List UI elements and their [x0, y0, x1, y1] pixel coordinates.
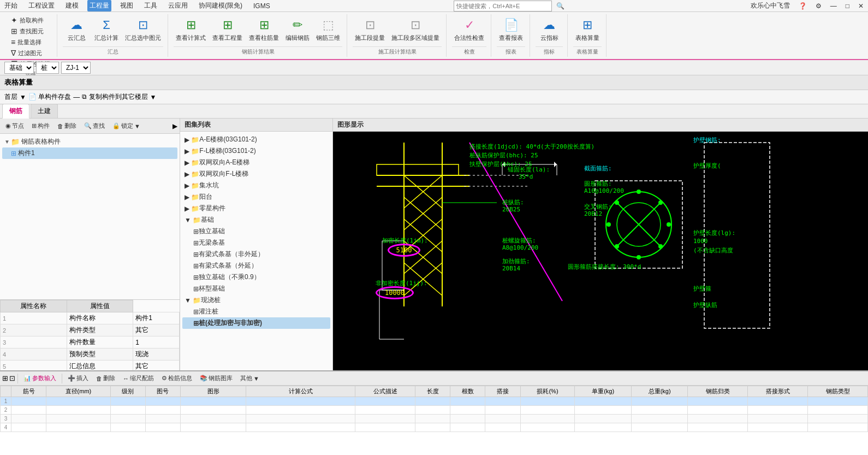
table-cell[interactable] [415, 423, 450, 432]
figure-item[interactable]: ⊞ 独立基础 [182, 226, 330, 237]
table-cell[interactable] [181, 406, 246, 415]
table-cell[interactable] [688, 423, 748, 432]
figure-item[interactable]: ▶ 📁 A-E楼梯(03G101-2) [182, 134, 330, 145]
search-icon[interactable]: 🔍 [554, 1, 567, 11]
btn-component[interactable]: ⊞ 构件 [28, 121, 53, 131]
menu-engineering-settings[interactable]: 工程设置 [26, 0, 57, 11]
figure-item[interactable]: ▶ 📁 双网双向A-E楼梯 [182, 157, 330, 168]
table-cell[interactable] [181, 423, 246, 432]
btn-find[interactable]: 🔍 查找 [81, 121, 108, 131]
table-cell[interactable] [415, 397, 450, 406]
table-cell[interactable] [631, 397, 688, 406]
table-cell[interactable] [520, 423, 575, 432]
table-cell[interactable] [355, 397, 415, 406]
table-cell[interactable] [485, 415, 520, 423]
left-toolbar-more[interactable]: ▶ [173, 122, 177, 130]
figure-item[interactable]: ▶ 📁 零星构件 [182, 203, 330, 214]
btn-lock[interactable]: 🔒 锁定 ▼ [109, 121, 144, 131]
menu-tools[interactable]: 工具 [142, 0, 159, 11]
close-icon[interactable]: ✕ [856, 1, 866, 11]
tab-rebar[interactable]: 钢筋 [2, 104, 29, 119]
btn-scale-match[interactable]: ↔ 缩尺配筋 [120, 373, 157, 383]
breadcrumb-copy[interactable]: ⧉ 复制构件到其它楼层 [82, 92, 147, 102]
table-cell[interactable] [808, 397, 868, 406]
ribbon-table-calc[interactable]: ⊞ 表格算量 [573, 15, 602, 43]
table-cell[interactable] [631, 406, 688, 415]
other-dropdown[interactable]: ▼ [253, 375, 259, 382]
table-cell[interactable] [688, 406, 748, 415]
table-cell[interactable] [246, 415, 355, 423]
table-row[interactable]: 4 [1, 423, 868, 432]
table-cell[interactable] [808, 406, 868, 415]
btn-node[interactable]: ◉ 节点 [2, 121, 27, 131]
tree-root[interactable]: ▼ 📁 钢筋表格构件 [2, 136, 177, 147]
figure-item[interactable]: ▶ 📁 双网双向F-L楼梯 [182, 168, 330, 180]
maximize-icon[interactable]: □ [843, 1, 852, 11]
table-cell[interactable] [450, 406, 485, 415]
table-cell[interactable] [355, 415, 415, 423]
table-cell[interactable] [145, 423, 180, 432]
ribbon-summary-selected[interactable]: ⊡ 汇总选中图元 [123, 15, 163, 43]
menu-cloud[interactable]: 云应用 [166, 0, 190, 11]
table-cell[interactable] [485, 423, 520, 432]
btn-check-info[interactable]: ⚙ 检筋信息 [158, 373, 195, 383]
btn-delete2[interactable]: 🗑 删除 [93, 373, 118, 383]
figure-item[interactable]: ⊞ 有梁式条基（非外延） [182, 249, 330, 260]
table-cell[interactable] [11, 423, 46, 432]
table-cell[interactable] [575, 406, 632, 415]
ribbon-pick-component[interactable]: ✦ 拾取构件 [9, 15, 46, 25]
table-cell[interactable] [246, 397, 355, 406]
table-row[interactable]: 1 [1, 397, 868, 406]
table-cell[interactable] [631, 423, 688, 432]
table-cell[interactable] [415, 406, 450, 415]
ribbon-cloud-index[interactable]: ☁ 云指标 [536, 15, 563, 43]
lock-dropdown[interactable]: ▼ [134, 123, 140, 129]
figure-item[interactable]: ⊞ 有梁式条基（外延） [182, 260, 330, 271]
table-row[interactable]: 2 [1, 406, 868, 415]
table-cell[interactable] [46, 423, 110, 432]
figure-item[interactable]: ▶ 📁 阳台 [182, 191, 330, 203]
btn-delete[interactable]: 🗑 删除 [54, 121, 80, 131]
table-cell[interactable] [145, 406, 180, 415]
bottom-icon2[interactable]: ⊡ [9, 374, 15, 382]
ribbon-view-rebar[interactable]: ⊞ 查看柱筋量 [247, 15, 281, 43]
menu-collab[interactable]: 协同建模(限免) [197, 0, 245, 11]
ribbon-calc[interactable]: Σ 汇总计算 [92, 15, 121, 43]
table-cell[interactable] [450, 423, 485, 432]
figure-item[interactable]: ⊞ 无梁条基 [182, 237, 330, 249]
table-cell[interactable] [110, 397, 145, 406]
table-cell[interactable] [485, 397, 520, 406]
table-cell[interactable] [145, 415, 180, 423]
figure-item[interactable]: ▼ 📁 基础 [182, 214, 330, 226]
table-cell[interactable] [11, 397, 46, 406]
menu-igms[interactable]: IGMS [251, 1, 272, 11]
table-cell[interactable] [11, 415, 46, 423]
table-cell[interactable] [520, 406, 575, 415]
table-cell[interactable] [355, 406, 415, 415]
figure-item[interactable]: ⊞ 桩(处理加密与非加密) [182, 317, 330, 329]
table-cell[interactable] [748, 423, 808, 432]
table-cell[interactable] [520, 397, 575, 406]
menu-view[interactable]: 视图 [118, 0, 135, 11]
figure-item[interactable]: ▼ 📁 现浇桩 [182, 294, 330, 306]
btn-insert[interactable]: ➕ 插入 [64, 373, 92, 383]
table-cell[interactable] [415, 415, 450, 423]
table-cell[interactable] [575, 423, 632, 432]
bottom-icon1[interactable]: ⊞ [2, 374, 8, 382]
table-cell[interactable] [110, 415, 145, 423]
table-cell[interactable] [808, 423, 868, 432]
table-cell[interactable] [688, 397, 748, 406]
table-cell[interactable] [355, 423, 415, 432]
table-cell[interactable] [46, 397, 110, 406]
tree-component1[interactable]: ⊞ 构件1 [2, 147, 177, 159]
table-cell[interactable] [450, 415, 485, 423]
figure-item[interactable]: ▶ 📁 集水坑 [182, 180, 330, 191]
table-cell[interactable] [808, 415, 868, 423]
table-cell[interactable] [450, 397, 485, 406]
table-cell[interactable] [485, 406, 520, 415]
btn-param-input[interactable]: 📊 参数输入 [20, 373, 60, 383]
ribbon-find-element[interactable]: ⊞ 查找图元 [9, 26, 46, 36]
component-name-dropdown[interactable]: ZJ-1 ZJ-2 [61, 62, 91, 74]
figure-item[interactable]: ▶ 📁 F-L楼梯(03G101-2) [182, 145, 330, 157]
ribbon-batch-select[interactable]: ≡ 批量选择 [9, 37, 44, 47]
